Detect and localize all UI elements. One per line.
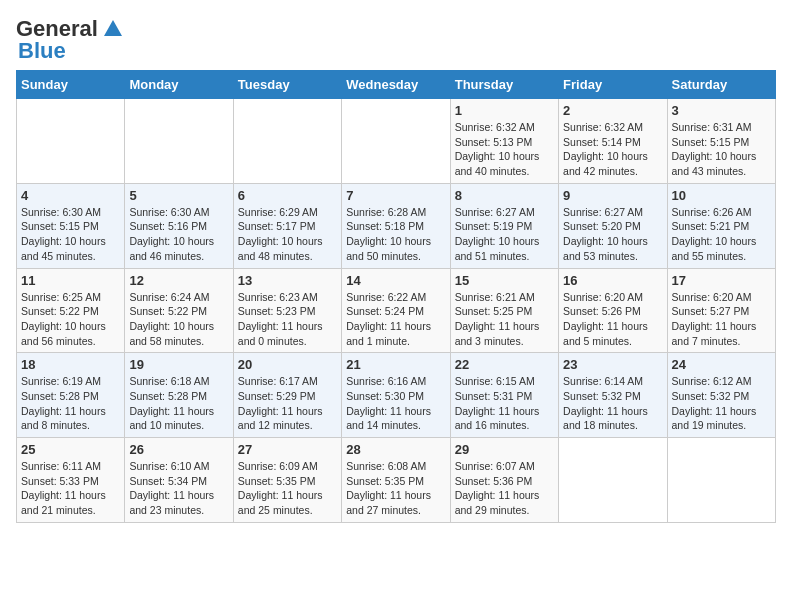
calendar-cell (233, 99, 341, 184)
day-detail: Sunrise: 6:29 AMSunset: 5:17 PMDaylight:… (238, 205, 337, 264)
calendar-row-3: 18Sunrise: 6:19 AMSunset: 5:28 PMDayligh… (17, 353, 776, 438)
day-number: 12 (129, 273, 228, 288)
day-detail: Sunrise: 6:27 AMSunset: 5:20 PMDaylight:… (563, 205, 662, 264)
day-detail: Sunrise: 6:23 AMSunset: 5:23 PMDaylight:… (238, 290, 337, 349)
logo-icon (102, 18, 124, 40)
calendar-cell: 19Sunrise: 6:18 AMSunset: 5:28 PMDayligh… (125, 353, 233, 438)
header-cell-wednesday: Wednesday (342, 71, 450, 99)
calendar-cell: 16Sunrise: 6:20 AMSunset: 5:26 PMDayligh… (559, 268, 667, 353)
day-detail: Sunrise: 6:27 AMSunset: 5:19 PMDaylight:… (455, 205, 554, 264)
day-number: 28 (346, 442, 445, 457)
day-number: 7 (346, 188, 445, 203)
calendar-cell: 27Sunrise: 6:09 AMSunset: 5:35 PMDayligh… (233, 438, 341, 523)
day-number: 8 (455, 188, 554, 203)
day-number: 23 (563, 357, 662, 372)
calendar-cell: 23Sunrise: 6:14 AMSunset: 5:32 PMDayligh… (559, 353, 667, 438)
day-number: 6 (238, 188, 337, 203)
day-detail: Sunrise: 6:30 AMSunset: 5:15 PMDaylight:… (21, 205, 120, 264)
day-number: 4 (21, 188, 120, 203)
day-detail: Sunrise: 6:32 AMSunset: 5:13 PMDaylight:… (455, 120, 554, 179)
calendar-cell: 3Sunrise: 6:31 AMSunset: 5:15 PMDaylight… (667, 99, 775, 184)
calendar-cell: 1Sunrise: 6:32 AMSunset: 5:13 PMDaylight… (450, 99, 558, 184)
header: General Blue (16, 16, 776, 64)
calendar-header-row: SundayMondayTuesdayWednesdayThursdayFrid… (17, 71, 776, 99)
day-detail: Sunrise: 6:20 AMSunset: 5:27 PMDaylight:… (672, 290, 771, 349)
day-number: 16 (563, 273, 662, 288)
calendar-cell: 28Sunrise: 6:08 AMSunset: 5:35 PMDayligh… (342, 438, 450, 523)
day-number: 27 (238, 442, 337, 457)
day-detail: Sunrise: 6:28 AMSunset: 5:18 PMDaylight:… (346, 205, 445, 264)
day-detail: Sunrise: 6:10 AMSunset: 5:34 PMDaylight:… (129, 459, 228, 518)
day-detail: Sunrise: 6:22 AMSunset: 5:24 PMDaylight:… (346, 290, 445, 349)
day-number: 25 (21, 442, 120, 457)
logo: General Blue (16, 16, 124, 64)
calendar-cell: 5Sunrise: 6:30 AMSunset: 5:16 PMDaylight… (125, 183, 233, 268)
calendar-cell: 7Sunrise: 6:28 AMSunset: 5:18 PMDaylight… (342, 183, 450, 268)
day-number: 9 (563, 188, 662, 203)
day-number: 1 (455, 103, 554, 118)
day-number: 14 (346, 273, 445, 288)
day-number: 5 (129, 188, 228, 203)
logo-blue: Blue (18, 38, 66, 64)
calendar-row-0: 1Sunrise: 6:32 AMSunset: 5:13 PMDaylight… (17, 99, 776, 184)
day-detail: Sunrise: 6:26 AMSunset: 5:21 PMDaylight:… (672, 205, 771, 264)
day-detail: Sunrise: 6:24 AMSunset: 5:22 PMDaylight:… (129, 290, 228, 349)
day-detail: Sunrise: 6:18 AMSunset: 5:28 PMDaylight:… (129, 374, 228, 433)
calendar-cell: 18Sunrise: 6:19 AMSunset: 5:28 PMDayligh… (17, 353, 125, 438)
calendar-cell (559, 438, 667, 523)
header-cell-sunday: Sunday (17, 71, 125, 99)
header-cell-friday: Friday (559, 71, 667, 99)
calendar-cell: 29Sunrise: 6:07 AMSunset: 5:36 PMDayligh… (450, 438, 558, 523)
day-number: 18 (21, 357, 120, 372)
calendar-cell: 24Sunrise: 6:12 AMSunset: 5:32 PMDayligh… (667, 353, 775, 438)
day-detail: Sunrise: 6:31 AMSunset: 5:15 PMDaylight:… (672, 120, 771, 179)
calendar-cell: 8Sunrise: 6:27 AMSunset: 5:19 PMDaylight… (450, 183, 558, 268)
header-cell-monday: Monday (125, 71, 233, 99)
calendar-cell: 15Sunrise: 6:21 AMSunset: 5:25 PMDayligh… (450, 268, 558, 353)
calendar-cell: 2Sunrise: 6:32 AMSunset: 5:14 PMDaylight… (559, 99, 667, 184)
calendar-cell: 10Sunrise: 6:26 AMSunset: 5:21 PMDayligh… (667, 183, 775, 268)
day-number: 13 (238, 273, 337, 288)
calendar-cell: 17Sunrise: 6:20 AMSunset: 5:27 PMDayligh… (667, 268, 775, 353)
calendar-table: SundayMondayTuesdayWednesdayThursdayFrid… (16, 70, 776, 523)
calendar-cell: 11Sunrise: 6:25 AMSunset: 5:22 PMDayligh… (17, 268, 125, 353)
calendar-cell: 22Sunrise: 6:15 AMSunset: 5:31 PMDayligh… (450, 353, 558, 438)
day-detail: Sunrise: 6:30 AMSunset: 5:16 PMDaylight:… (129, 205, 228, 264)
calendar-cell: 26Sunrise: 6:10 AMSunset: 5:34 PMDayligh… (125, 438, 233, 523)
day-detail: Sunrise: 6:09 AMSunset: 5:35 PMDaylight:… (238, 459, 337, 518)
day-number: 2 (563, 103, 662, 118)
day-detail: Sunrise: 6:15 AMSunset: 5:31 PMDaylight:… (455, 374, 554, 433)
day-detail: Sunrise: 6:25 AMSunset: 5:22 PMDaylight:… (21, 290, 120, 349)
header-cell-tuesday: Tuesday (233, 71, 341, 99)
calendar-cell (667, 438, 775, 523)
day-number: 11 (21, 273, 120, 288)
calendar-cell: 21Sunrise: 6:16 AMSunset: 5:30 PMDayligh… (342, 353, 450, 438)
day-number: 21 (346, 357, 445, 372)
calendar-cell: 25Sunrise: 6:11 AMSunset: 5:33 PMDayligh… (17, 438, 125, 523)
calendar-cell (17, 99, 125, 184)
calendar-cell: 9Sunrise: 6:27 AMSunset: 5:20 PMDaylight… (559, 183, 667, 268)
day-number: 15 (455, 273, 554, 288)
day-number: 20 (238, 357, 337, 372)
calendar-cell: 13Sunrise: 6:23 AMSunset: 5:23 PMDayligh… (233, 268, 341, 353)
calendar-cell: 12Sunrise: 6:24 AMSunset: 5:22 PMDayligh… (125, 268, 233, 353)
calendar-cell (342, 99, 450, 184)
calendar-row-1: 4Sunrise: 6:30 AMSunset: 5:15 PMDaylight… (17, 183, 776, 268)
day-detail: Sunrise: 6:12 AMSunset: 5:32 PMDaylight:… (672, 374, 771, 433)
calendar-row-4: 25Sunrise: 6:11 AMSunset: 5:33 PMDayligh… (17, 438, 776, 523)
day-detail: Sunrise: 6:11 AMSunset: 5:33 PMDaylight:… (21, 459, 120, 518)
day-number: 17 (672, 273, 771, 288)
day-detail: Sunrise: 6:21 AMSunset: 5:25 PMDaylight:… (455, 290, 554, 349)
day-number: 10 (672, 188, 771, 203)
calendar-cell: 20Sunrise: 6:17 AMSunset: 5:29 PMDayligh… (233, 353, 341, 438)
calendar-row-2: 11Sunrise: 6:25 AMSunset: 5:22 PMDayligh… (17, 268, 776, 353)
day-number: 19 (129, 357, 228, 372)
calendar-cell: 6Sunrise: 6:29 AMSunset: 5:17 PMDaylight… (233, 183, 341, 268)
day-detail: Sunrise: 6:16 AMSunset: 5:30 PMDaylight:… (346, 374, 445, 433)
day-detail: Sunrise: 6:20 AMSunset: 5:26 PMDaylight:… (563, 290, 662, 349)
day-detail: Sunrise: 6:07 AMSunset: 5:36 PMDaylight:… (455, 459, 554, 518)
day-detail: Sunrise: 6:32 AMSunset: 5:14 PMDaylight:… (563, 120, 662, 179)
day-detail: Sunrise: 6:08 AMSunset: 5:35 PMDaylight:… (346, 459, 445, 518)
calendar-cell (125, 99, 233, 184)
header-cell-thursday: Thursday (450, 71, 558, 99)
